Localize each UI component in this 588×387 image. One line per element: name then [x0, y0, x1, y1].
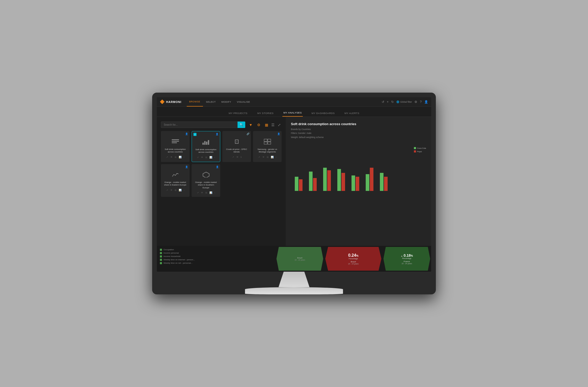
hex-red-value: 0.24% [348, 253, 359, 258]
hex-card-brazil: Brazil 15 - 24 years [276, 247, 323, 271]
card-more-btn-4[interactable]: › [275, 156, 277, 159]
svg-rect-18 [323, 168, 327, 191]
card-checkbox-2[interactable]: ✓ [193, 133, 197, 136]
analysis-card-4[interactable]: 👤 Samsung - gender vs lifestage segments [253, 131, 282, 162]
analysis-card-3[interactable]: 🔗 # Crude oil price - OPEC blends ↗ � [222, 131, 251, 162]
tab-bar: MY PROJECTS MY STORIES MY ANALYSES MY DA… [157, 107, 431, 117]
card-eye-btn-4[interactable]: 👁 [262, 156, 265, 159]
card-eye-btn-1[interactable]: 👁 [170, 156, 173, 159]
search-button[interactable]: 🔍 [238, 122, 245, 128]
view-controls: ▦ ☰ ⤢ [264, 122, 282, 128]
bottom-section: Occupation Income personal Income househ… [157, 246, 431, 272]
tab-my-stories[interactable]: MY STORIES [256, 112, 275, 117]
dot-weekly-net [160, 262, 162, 264]
card-actions-3: ↗ 👁 ℹ [232, 156, 242, 159]
tab-my-projects[interactable]: MY PROJECTS [228, 112, 249, 117]
global-filter-btn[interactable]: 🌐 Global filter [396, 101, 412, 103]
sliders-filter-btn[interactable]: ⚙ [256, 122, 262, 128]
nav-visualise[interactable]: VISUALISE [234, 97, 253, 107]
svg-rect-19 [327, 170, 331, 191]
nav-browse[interactable]: BROWSE [187, 97, 203, 107]
svg-rect-5 [206, 142, 207, 145]
svg-rect-4 [204, 141, 206, 145]
tab-my-analyses[interactable]: MY ANALYSES [282, 111, 303, 117]
card-copy-btn-5[interactable]: ⊞ [174, 189, 177, 192]
list-view-btn[interactable]: ☰ [271, 122, 275, 128]
legend-dot-green [414, 147, 416, 149]
analysis-card-1[interactable]: 👤 Soft drink consumption across countrie… [161, 131, 190, 162]
tab-my-dashboards[interactable]: MY DASHBOARDS [311, 112, 336, 117]
card-more-btn-6[interactable]: › [214, 191, 216, 194]
nav-items: BROWSE SELECT MODIFY VISUALISE [187, 97, 382, 107]
card-title-6: Orange - mobile market share in Southern… [194, 181, 218, 189]
card-link-btn-3[interactable]: ↗ [232, 156, 235, 159]
card-chart-btn-1[interactable]: 📊 [178, 156, 182, 159]
card-icon-6 [202, 172, 210, 179]
card-title-4: Samsung - gender vs lifestage segments [256, 148, 279, 154]
svg-rect-0 [172, 139, 179, 140]
refresh-icon[interactable]: ↻ [391, 100, 394, 104]
card-eye-btn-3[interactable]: 👁 [236, 156, 239, 159]
card-info-btn-3[interactable]: ℹ [240, 156, 242, 159]
add-icon[interactable]: + [387, 100, 389, 104]
card-chart-btn-6[interactable]: 📊 [209, 191, 213, 194]
card-user-icon-3: 🔗 [247, 133, 249, 135]
card-copy-btn-6[interactable]: ⊞ [205, 191, 208, 194]
filter-icon[interactable]: ⚙ [414, 100, 417, 104]
svg-rect-17 [313, 178, 317, 191]
dot-income-household [160, 255, 162, 257]
list-item-income-personal: Income personal [160, 251, 272, 255]
card-copy-btn-4[interactable]: ⊞ [266, 156, 269, 159]
card-more-btn-1[interactable]: › [183, 156, 185, 159]
search-bar: 🔍 ▼ ⚙ [161, 122, 262, 128]
card-title-1: Soft drink consumption across countries [164, 148, 187, 154]
svg-rect-23 [356, 177, 359, 191]
preview-meta: Brands by Countries Filters: Gender: mal… [291, 127, 426, 139]
chart-area: NZ AUS USA Canada Japan China UK [291, 144, 426, 196]
monitor-screen: HARMONI BROWSE SELECT MODIFY VISUALISE ↺… [157, 97, 431, 272]
card-copy-btn-1[interactable]: ⊞ [174, 156, 177, 159]
analysis-card-2[interactable]: 👤 ✓ [192, 131, 220, 162]
undo-icon[interactable]: ↺ [382, 100, 384, 104]
stand-neck [268, 272, 320, 287]
help-icon[interactable]: ? [420, 100, 422, 104]
user-icon[interactable]: 👤 [424, 100, 428, 104]
hex-card-france: ▲ 0.18% Percentage France 15 - 24 years [383, 247, 430, 271]
card-more-btn-5[interactable]: › [183, 189, 185, 192]
card-icon-1 [172, 139, 179, 146]
cards-grid: 👤 Soft drink consumption across countrie… [161, 131, 282, 197]
card-eye-btn-6[interactable]: 👁 [200, 191, 204, 194]
hex-brazil-age: 15 - 24 years [295, 259, 305, 261]
card-link-btn-2[interactable]: ↗ [196, 156, 199, 159]
grid-view-btn[interactable]: ▦ [264, 122, 269, 128]
label-weekly-net: Weekly time on net - personal... [164, 262, 192, 264]
svg-rect-27 [384, 177, 388, 191]
card-eye-btn-2[interactable]: 👁 [200, 156, 204, 159]
svg-rect-14 [295, 177, 298, 191]
card-more-btn-2[interactable]: › [214, 156, 216, 159]
tab-my-alerts[interactable]: MY ALERTS [344, 112, 360, 117]
card-chart-btn-2[interactable]: 📊 [209, 156, 213, 159]
analysis-card-6[interactable]: 👤 Orange - mobile market share in Southe… [192, 164, 220, 197]
card-eye-btn-5[interactable]: 👁 [170, 189, 173, 192]
card-link-btn-1[interactable]: ↗ [166, 156, 169, 159]
legend-pepsi: Pepsi [414, 150, 426, 153]
svg-rect-24 [366, 174, 369, 191]
svg-rect-21 [341, 173, 345, 191]
nav-modify[interactable]: MODIFY [219, 97, 234, 107]
preview-chart-title: Soft drink consumption across countries [291, 122, 426, 126]
card-link-btn-4[interactable]: ↗ [258, 156, 261, 159]
card-copy-btn-2[interactable]: ⊞ [205, 156, 208, 159]
card-link-btn-5[interactable]: ↗ [166, 189, 169, 192]
card-link-btn-6[interactable]: ↗ [196, 191, 199, 194]
search-input[interactable] [161, 122, 245, 128]
globe-icon: 🌐 [396, 101, 399, 103]
label-income-personal: Income personal [164, 252, 179, 254]
funnel-filter-btn[interactable]: ▼ [248, 122, 254, 128]
card-chart-btn-5[interactable]: 📊 [178, 189, 182, 192]
card-chart-btn-4[interactable]: 📊 [270, 156, 274, 159]
nav-select[interactable]: SELECT [203, 97, 218, 107]
chart-legend: Coca Cola Pepsi [414, 147, 426, 153]
expand-view-btn[interactable]: ⤢ [277, 122, 282, 128]
analysis-card-5[interactable]: 👤 Orange - mobile market share in Easter… [161, 164, 190, 197]
